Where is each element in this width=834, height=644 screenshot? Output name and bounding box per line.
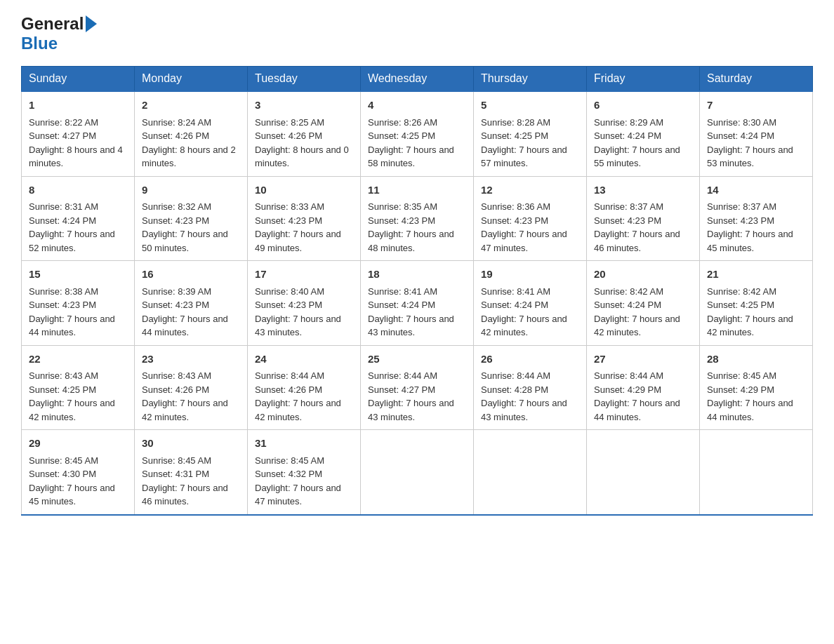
calendar-cell: 25 Sunrise: 8:44 AM Sunset: 4:27 PM Dayl… xyxy=(361,345,474,430)
daylight-label: Daylight: 7 hours and 44 minutes. xyxy=(29,314,115,338)
sunrise-label: Sunrise: 8:30 AM xyxy=(707,117,776,128)
day-number: 30 xyxy=(142,436,240,452)
calendar-cell xyxy=(700,430,813,515)
sunset-label: Sunset: 4:24 PM xyxy=(368,300,435,310)
day-number: 25 xyxy=(368,351,466,368)
logo-arrow-icon xyxy=(86,15,97,32)
logo-general-text: General xyxy=(21,14,84,34)
sunset-label: Sunset: 4:23 PM xyxy=(29,300,96,310)
sunset-label: Sunset: 4:26 PM xyxy=(142,384,209,395)
sunset-label: Sunset: 4:28 PM xyxy=(481,384,548,395)
day-number: 3 xyxy=(255,98,353,114)
day-number: 7 xyxy=(707,98,805,114)
sunset-label: Sunset: 4:23 PM xyxy=(707,215,774,226)
day-number: 22 xyxy=(29,351,127,368)
sunset-label: Sunset: 4:24 PM xyxy=(481,300,548,310)
daylight-label: Daylight: 7 hours and 53 minutes. xyxy=(707,145,793,169)
sunset-label: Sunset: 4:24 PM xyxy=(594,300,661,310)
sunrise-label: Sunrise: 8:40 AM xyxy=(255,286,324,297)
calendar-cell: 14 Sunrise: 8:37 AM Sunset: 4:23 PM Dayl… xyxy=(700,176,813,261)
calendar-cell: 1 Sunrise: 8:22 AM Sunset: 4:27 PM Dayli… xyxy=(22,91,135,176)
daylight-label: Daylight: 7 hours and 52 minutes. xyxy=(29,229,115,253)
daylight-label: Daylight: 7 hours and 50 minutes. xyxy=(142,229,228,253)
day-number: 16 xyxy=(142,267,240,283)
daylight-label: Daylight: 7 hours and 46 minutes. xyxy=(142,483,228,507)
sunset-label: Sunset: 4:25 PM xyxy=(481,130,548,141)
sunset-label: Sunset: 4:26 PM xyxy=(255,130,322,141)
sunrise-label: Sunrise: 8:42 AM xyxy=(594,286,663,297)
daylight-label: Daylight: 8 hours and 4 minutes. xyxy=(29,145,123,169)
day-number: 24 xyxy=(255,351,353,368)
sunrise-label: Sunrise: 8:28 AM xyxy=(481,117,550,128)
sunrise-label: Sunrise: 8:45 AM xyxy=(255,455,324,466)
calendar-cell: 21 Sunrise: 8:42 AM Sunset: 4:25 PM Dayl… xyxy=(700,261,813,346)
daylight-label: Daylight: 8 hours and 0 minutes. xyxy=(255,145,349,169)
calendar-cell: 11 Sunrise: 8:35 AM Sunset: 4:23 PM Dayl… xyxy=(361,176,474,261)
sunset-label: Sunset: 4:30 PM xyxy=(29,469,96,479)
calendar-cell: 24 Sunrise: 8:44 AM Sunset: 4:26 PM Dayl… xyxy=(248,345,361,430)
sunset-label: Sunset: 4:24 PM xyxy=(29,215,96,226)
day-number: 14 xyxy=(707,182,805,199)
calendar-cell: 30 Sunrise: 8:45 AM Sunset: 4:31 PM Dayl… xyxy=(135,430,248,515)
calendar-header-row: SundayMondayTuesdayWednesdayThursdayFrid… xyxy=(22,67,813,92)
calendar-cell xyxy=(587,430,700,515)
sunset-label: Sunset: 4:25 PM xyxy=(368,130,435,141)
daylight-label: Daylight: 8 hours and 2 minutes. xyxy=(142,145,236,169)
sunset-label: Sunset: 4:29 PM xyxy=(707,384,774,395)
sunrise-label: Sunrise: 8:31 AM xyxy=(29,201,98,212)
sunrise-label: Sunrise: 8:44 AM xyxy=(255,370,324,381)
calendar-cell: 27 Sunrise: 8:44 AM Sunset: 4:29 PM Dayl… xyxy=(587,345,700,430)
day-number: 27 xyxy=(594,351,692,368)
page-header: General Blue xyxy=(21,14,813,53)
calendar-cell: 28 Sunrise: 8:45 AM Sunset: 4:29 PM Dayl… xyxy=(700,345,813,430)
day-number: 19 xyxy=(481,267,579,283)
day-number: 26 xyxy=(481,351,579,368)
day-number: 31 xyxy=(255,436,353,452)
calendar-cell: 12 Sunrise: 8:36 AM Sunset: 4:23 PM Dayl… xyxy=(474,176,587,261)
sunset-label: Sunset: 4:27 PM xyxy=(368,384,435,395)
sunrise-label: Sunrise: 8:45 AM xyxy=(707,370,776,381)
calendar-cell: 7 Sunrise: 8:30 AM Sunset: 4:24 PM Dayli… xyxy=(700,91,813,176)
daylight-label: Daylight: 7 hours and 42 minutes. xyxy=(707,314,793,338)
header-day-thursday: Thursday xyxy=(474,67,587,92)
day-number: 8 xyxy=(29,182,127,199)
sunrise-label: Sunrise: 8:24 AM xyxy=(142,117,211,128)
calendar-cell: 9 Sunrise: 8:32 AM Sunset: 4:23 PM Dayli… xyxy=(135,176,248,261)
sunset-label: Sunset: 4:25 PM xyxy=(707,300,774,310)
header-day-sunday: Sunday xyxy=(22,67,135,92)
daylight-label: Daylight: 7 hours and 44 minutes. xyxy=(142,314,228,338)
day-number: 23 xyxy=(142,351,240,368)
day-number: 5 xyxy=(481,98,579,114)
daylight-label: Daylight: 7 hours and 43 minutes. xyxy=(255,314,341,338)
header-day-monday: Monday xyxy=(135,67,248,92)
calendar-cell: 4 Sunrise: 8:26 AM Sunset: 4:25 PM Dayli… xyxy=(361,91,474,176)
calendar-cell: 31 Sunrise: 8:45 AM Sunset: 4:32 PM Dayl… xyxy=(248,430,361,515)
calendar-cell: 26 Sunrise: 8:44 AM Sunset: 4:28 PM Dayl… xyxy=(474,345,587,430)
header-day-friday: Friday xyxy=(587,67,700,92)
calendar-cell: 3 Sunrise: 8:25 AM Sunset: 4:26 PM Dayli… xyxy=(248,91,361,176)
week-row-1: 1 Sunrise: 8:22 AM Sunset: 4:27 PM Dayli… xyxy=(22,91,813,176)
daylight-label: Daylight: 7 hours and 44 minutes. xyxy=(707,398,793,422)
logo-blue-text: Blue xyxy=(21,34,58,53)
sunrise-label: Sunrise: 8:29 AM xyxy=(594,117,663,128)
header-day-wednesday: Wednesday xyxy=(361,67,474,92)
sunset-label: Sunset: 4:29 PM xyxy=(594,384,661,395)
day-number: 15 xyxy=(29,267,127,283)
sunrise-label: Sunrise: 8:44 AM xyxy=(481,370,550,381)
sunrise-label: Sunrise: 8:37 AM xyxy=(707,201,776,212)
sunrise-label: Sunrise: 8:44 AM xyxy=(368,370,437,381)
daylight-label: Daylight: 7 hours and 49 minutes. xyxy=(255,229,341,253)
sunrise-label: Sunrise: 8:39 AM xyxy=(142,286,211,297)
sunrise-label: Sunrise: 8:22 AM xyxy=(29,117,98,128)
sunrise-label: Sunrise: 8:45 AM xyxy=(142,455,211,466)
sunrise-label: Sunrise: 8:33 AM xyxy=(255,201,324,212)
calendar-cell: 15 Sunrise: 8:38 AM Sunset: 4:23 PM Dayl… xyxy=(22,261,135,346)
day-number: 6 xyxy=(594,98,692,114)
calendar-cell: 13 Sunrise: 8:37 AM Sunset: 4:23 PM Dayl… xyxy=(587,176,700,261)
sunset-label: Sunset: 4:24 PM xyxy=(707,130,774,141)
daylight-label: Daylight: 7 hours and 44 minutes. xyxy=(594,398,680,422)
sunset-label: Sunset: 4:23 PM xyxy=(142,215,209,226)
daylight-label: Daylight: 7 hours and 57 minutes. xyxy=(481,145,567,169)
sunset-label: Sunset: 4:31 PM xyxy=(142,469,209,479)
sunset-label: Sunset: 4:26 PM xyxy=(255,384,322,395)
